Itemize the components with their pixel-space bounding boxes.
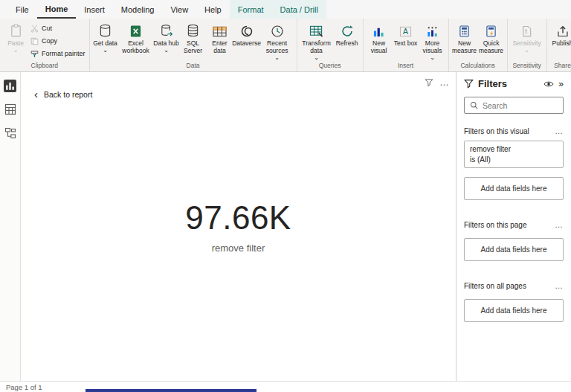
- chevron-down-icon: ⌄: [430, 54, 435, 61]
- card-visual[interactable]: 97.66K remove filter: [21, 72, 456, 381]
- powerbi-window: File Home Insert Modeling View Help Form…: [0, 0, 571, 392]
- chevron-down-icon: ⌄: [164, 47, 169, 54]
- ribbon-group-sensitivity: Sensitivity ⌄ Sensitivity: [508, 19, 547, 71]
- table-grid-icon: [213, 22, 227, 38]
- card-value: 97.66K: [185, 199, 291, 237]
- ribbon-group-insert: New visual A Text box More visuals ⌄: [364, 19, 449, 71]
- filters-search-box: [464, 97, 564, 114]
- publish-button[interactable]: Publish: [549, 20, 571, 47]
- transform-table-icon: [309, 22, 323, 38]
- report-view-button[interactable]: [3, 78, 18, 93]
- chevron-down-icon: ⌄: [274, 54, 280, 61]
- copy-label: Copy: [42, 37, 57, 45]
- copy-button[interactable]: Copy: [30, 36, 86, 46]
- format-painter-button[interactable]: Format painter: [30, 48, 86, 59]
- calculator-icon: [459, 22, 470, 38]
- database-icon: [99, 22, 112, 38]
- filters-pane-header: Filters »: [464, 78, 564, 89]
- dataverse-button[interactable]: Dataverse: [233, 20, 260, 47]
- svg-text:A: A: [403, 28, 408, 36]
- calculations-group-label: Calculations: [451, 61, 505, 71]
- clock-icon: [271, 22, 284, 38]
- filter-card-remove-filter[interactable]: remove filter is (All): [464, 141, 564, 168]
- share-group-label: Share: [549, 61, 571, 71]
- model-view-icon: [4, 127, 16, 139]
- tab-insert[interactable]: Insert: [76, 0, 113, 19]
- recent-sources-label: Recent sources: [260, 39, 294, 54]
- more-visuals-button[interactable]: More visuals ⌄: [419, 20, 446, 61]
- tab-data-drill[interactable]: Data / Drill: [272, 0, 326, 19]
- enter-data-label: Enter data: [207, 39, 233, 54]
- format-painter-label: Format painter: [42, 50, 86, 57]
- sql-server-button[interactable]: SQL Server: [180, 20, 207, 54]
- model-view-button[interactable]: [3, 126, 18, 141]
- tab-format[interactable]: Format: [230, 0, 272, 19]
- data-view-button[interactable]: [3, 102, 18, 117]
- tab-help[interactable]: Help: [196, 0, 230, 19]
- paste-button[interactable]: Paste ⌄: [2, 20, 29, 54]
- filters-page-more-button[interactable]: …: [555, 220, 564, 229]
- tab-file[interactable]: File: [7, 0, 37, 19]
- get-data-label: Get data: [93, 39, 117, 47]
- refresh-button[interactable]: Refresh: [334, 20, 361, 47]
- filter-condition: is (All): [470, 155, 558, 164]
- chevron-down-icon: ⌄: [13, 47, 19, 54]
- filters-funnel-icon: [464, 79, 474, 89]
- more-visuals-icon: [426, 22, 439, 38]
- quick-measure-button[interactable]: Quick measure: [478, 20, 505, 54]
- sql-server-label: SQL Server: [180, 39, 207, 54]
- add-data-fields-visual[interactable]: Add data fields here: [464, 177, 564, 200]
- publish-icon: [556, 22, 570, 38]
- quick-measure-icon: [485, 22, 497, 38]
- transform-data-button[interactable]: Transform data ⌄: [300, 20, 334, 61]
- dataverse-spiral-icon: [240, 22, 254, 38]
- sensitivity-label: Sensitivity: [512, 39, 541, 47]
- eye-icon[interactable]: [543, 80, 554, 88]
- text-box-button[interactable]: A Text box: [393, 20, 419, 47]
- more-visuals-label: More visuals: [419, 39, 446, 54]
- filters-pane: Filters » Filters on this visual … remov…: [456, 72, 571, 381]
- new-visual-button[interactable]: New visual: [366, 20, 393, 54]
- filter-field-name: remove filter: [470, 145, 558, 153]
- sensitivity-button[interactable]: Sensitivity ⌄: [510, 20, 544, 54]
- quick-measure-label: Quick measure: [478, 39, 505, 54]
- chevron-down-icon: ⌄: [103, 47, 108, 54]
- filters-visual-section-title: Filters on this visual: [464, 127, 555, 135]
- bar-chart-icon: [372, 22, 385, 38]
- clipboard-icon: [9, 22, 23, 38]
- data-hub-label: Data hub: [153, 39, 179, 47]
- ribbon-group-share: Publish Share: [547, 19, 571, 71]
- report-canvas: ‹ Back to report … 97.66K remove filter: [21, 72, 456, 381]
- filters-all-pages-section-title: Filters on all pages: [464, 282, 555, 290]
- scissors-icon: [30, 25, 39, 33]
- filters-visual-more-button[interactable]: …: [555, 126, 564, 135]
- data-hub-button[interactable]: Data hub ⌄: [153, 20, 180, 54]
- excel-workbook-label: Excel workbook: [119, 39, 153, 54]
- horizontal-scrollbar-thumb[interactable]: [86, 389, 257, 392]
- chevron-down-icon: ⌄: [524, 47, 529, 54]
- sql-database-icon: [187, 22, 199, 38]
- tab-view[interactable]: View: [162, 0, 196, 19]
- recent-sources-button[interactable]: Recent sources ⌄: [260, 20, 294, 61]
- filters-all-pages-section-header: Filters on all pages …: [464, 281, 564, 290]
- enter-data-button[interactable]: Enter data: [207, 20, 233, 54]
- data-view-icon: [4, 103, 16, 115]
- text-box-icon: A: [399, 22, 412, 38]
- new-measure-button[interactable]: New measure: [451, 20, 478, 54]
- collapse-pane-button[interactable]: »: [558, 79, 564, 89]
- add-data-fields-page[interactable]: Add data fields here: [464, 238, 564, 261]
- insert-group-label: Insert: [366, 61, 446, 71]
- get-data-button[interactable]: Get data ⌄: [92, 20, 119, 54]
- search-input[interactable]: [483, 101, 558, 110]
- excel-icon: [129, 22, 142, 38]
- cut-button[interactable]: Cut: [30, 23, 86, 33]
- add-data-fields-all-pages[interactable]: Add data fields here: [464, 299, 564, 322]
- new-measure-label: New measure: [451, 39, 478, 54]
- excel-workbook-button[interactable]: Excel workbook: [119, 20, 153, 54]
- ribbon-group-calculations: New measure Quick measure Calculations: [449, 19, 508, 71]
- search-icon: [470, 101, 478, 109]
- tab-modeling[interactable]: Modeling: [113, 0, 163, 19]
- filters-all-pages-more-button[interactable]: …: [555, 281, 564, 290]
- tab-home[interactable]: Home: [37, 0, 77, 19]
- refresh-icon: [341, 22, 354, 38]
